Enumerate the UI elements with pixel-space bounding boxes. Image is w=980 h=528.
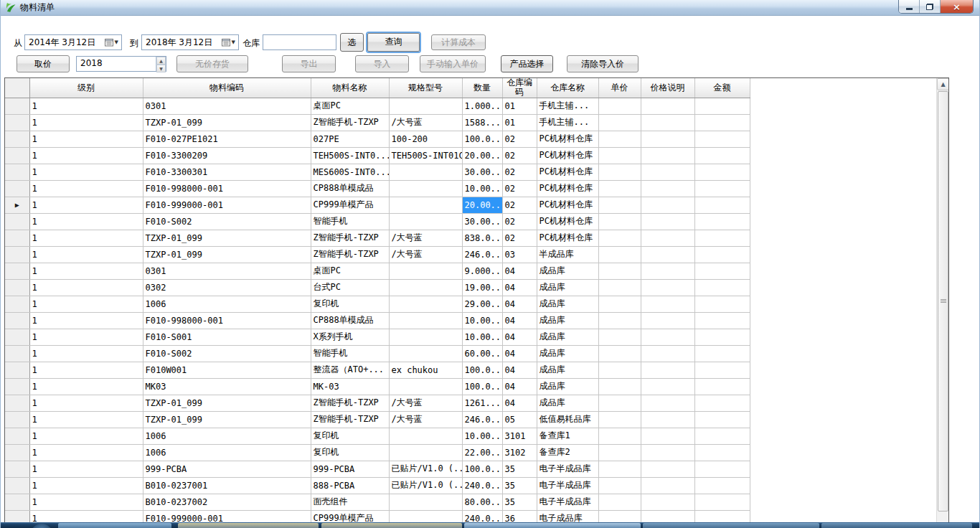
- row-selector[interactable]: [5, 147, 29, 164]
- cell-warehouse_name[interactable]: 成品库: [537, 312, 598, 329]
- cell-price_note[interactable]: [641, 279, 694, 296]
- cell-quantity[interactable]: 838.0...: [462, 230, 502, 246]
- column-header-unit_price[interactable]: 单价: [598, 78, 641, 98]
- cell-warehouse_name[interactable]: 半成品库: [537, 246, 598, 263]
- row-selector[interactable]: [5, 114, 29, 131]
- restore-button[interactable]: [920, 0, 941, 13]
- cell-unit_price[interactable]: [598, 180, 641, 197]
- cell-warehouse_code[interactable]: 01: [502, 98, 537, 114]
- cell-level[interactable]: 1: [29, 477, 143, 494]
- cell-warehouse_name[interactable]: 成品库: [537, 378, 598, 395]
- cell-unit_price[interactable]: [598, 230, 641, 246]
- cell-price_note[interactable]: [641, 197, 694, 213]
- cell-spec_model[interactable]: [389, 378, 462, 395]
- row-selector[interactable]: [5, 131, 29, 147]
- cell-price_note[interactable]: [641, 378, 694, 395]
- cell-price_note[interactable]: [641, 395, 694, 411]
- cell-quantity[interactable]: 10.00...: [462, 428, 502, 444]
- cell-material_name[interactable]: 复印机: [311, 428, 389, 444]
- cell-warehouse_code[interactable]: 04: [502, 296, 537, 312]
- cell-warehouse_code[interactable]: 35: [502, 461, 537, 477]
- cell-material_name[interactable]: CP888单模成品: [311, 180, 389, 197]
- cell-amount[interactable]: [694, 461, 750, 477]
- cell-amount[interactable]: [694, 494, 750, 510]
- cell-material_name[interactable]: Z智能手机-TZXP: [311, 230, 389, 246]
- cell-level[interactable]: 1: [29, 411, 143, 428]
- row-selector[interactable]: [5, 279, 29, 296]
- cell-unit_price[interactable]: [598, 164, 641, 180]
- cell-level[interactable]: 1: [29, 395, 143, 411]
- cell-quantity[interactable]: 240.0...: [462, 477, 502, 494]
- row-selector[interactable]: [5, 411, 29, 428]
- cell-level[interactable]: 1: [29, 279, 143, 296]
- cell-material_code[interactable]: F010-999000-001: [143, 197, 311, 213]
- cell-warehouse_code[interactable]: 02: [502, 147, 537, 164]
- cell-price_note[interactable]: [641, 428, 694, 444]
- cell-material_name[interactable]: 桌面PC: [311, 98, 389, 114]
- cell-price_note[interactable]: [641, 164, 694, 180]
- cell-material_name[interactable]: MK-03: [311, 378, 389, 395]
- cell-price_note[interactable]: [641, 98, 694, 114]
- cell-level[interactable]: 1: [29, 444, 143, 461]
- row-selector[interactable]: [5, 98, 29, 114]
- cell-unit_price[interactable]: [598, 362, 641, 378]
- cell-level[interactable]: 1: [29, 98, 143, 114]
- cell-price_note[interactable]: [641, 312, 694, 329]
- cell-warehouse_code[interactable]: 35: [502, 477, 537, 494]
- cell-warehouse_code[interactable]: 04: [502, 362, 537, 378]
- column-header-material_name[interactable]: 物料名称: [311, 78, 389, 98]
- cell-unit_price[interactable]: [598, 246, 641, 263]
- cell-price_note[interactable]: [641, 263, 694, 279]
- cell-unit_price[interactable]: [598, 444, 641, 461]
- cell-spec_model[interactable]: TEH500S-INT01C: [389, 147, 462, 164]
- cell-material_code[interactable]: 0302: [143, 279, 311, 296]
- cell-level[interactable]: 1: [29, 312, 143, 329]
- cell-unit_price[interactable]: [598, 131, 641, 147]
- cell-quantity[interactable]: 19.00...: [462, 279, 502, 296]
- cell-quantity[interactable]: 80.00...: [462, 494, 502, 510]
- cell-level[interactable]: 1: [29, 131, 143, 147]
- cell-material_name[interactable]: Z智能手机-TZXP: [311, 246, 389, 263]
- year-spinner[interactable]: 2018 ▲ ▼: [76, 56, 166, 72]
- cell-material_code[interactable]: 999-PCBA: [143, 461, 311, 477]
- to-date-picker[interactable]: 2018年 3月12日 ▼: [141, 34, 239, 50]
- cell-amount[interactable]: [694, 362, 750, 378]
- cell-price_note[interactable]: [641, 296, 694, 312]
- row-selector[interactable]: [5, 246, 29, 263]
- cell-price_note[interactable]: [641, 147, 694, 164]
- row-selector[interactable]: [5, 362, 29, 378]
- cell-amount[interactable]: [694, 296, 750, 312]
- export-button[interactable]: 导出: [282, 55, 336, 72]
- row-selector[interactable]: [5, 395, 29, 411]
- row-selector[interactable]: [5, 378, 29, 395]
- cell-price_note[interactable]: [641, 329, 694, 345]
- cell-material_name[interactable]: 面壳组件: [311, 494, 389, 510]
- manual-unit-price-button[interactable]: 手动输入单价: [420, 55, 486, 72]
- column-header-quantity[interactable]: 数量: [462, 78, 502, 98]
- cell-warehouse_code[interactable]: 35: [502, 494, 537, 510]
- cell-amount[interactable]: [694, 164, 750, 180]
- cell-price_note[interactable]: [641, 362, 694, 378]
- cell-warehouse_name[interactable]: PC机材料仓库: [537, 213, 598, 230]
- calc-cost-button[interactable]: 计算成本: [431, 34, 486, 50]
- row-selector[interactable]: [5, 164, 29, 180]
- to-date-dropdown[interactable]: ▼: [220, 35, 238, 50]
- cell-price_note[interactable]: [641, 213, 694, 230]
- cell-warehouse_name[interactable]: 电子半成品库: [537, 494, 598, 510]
- cell-material_code[interactable]: TZXP-01_099: [143, 230, 311, 246]
- cell-spec_model[interactable]: [389, 98, 462, 114]
- cell-material_code[interactable]: F010-S001: [143, 329, 311, 345]
- cell-amount[interactable]: [694, 213, 750, 230]
- cell-material_code[interactable]: F010-3300209: [143, 147, 311, 164]
- row-selector[interactable]: [5, 263, 29, 279]
- cell-material_name[interactable]: Z智能手机-TZXP: [311, 114, 389, 131]
- cell-material_code[interactable]: F010-S002: [143, 345, 311, 362]
- cell-material_code[interactable]: 0301: [143, 263, 311, 279]
- cell-price_note[interactable]: [641, 180, 694, 197]
- cell-warehouse_code[interactable]: 05: [502, 411, 537, 428]
- cell-level[interactable]: 1: [29, 164, 143, 180]
- cell-spec_model[interactable]: [389, 329, 462, 345]
- cell-level[interactable]: 1: [29, 461, 143, 477]
- cell-material_code[interactable]: 1006: [143, 428, 311, 444]
- cell-amount[interactable]: [694, 345, 750, 362]
